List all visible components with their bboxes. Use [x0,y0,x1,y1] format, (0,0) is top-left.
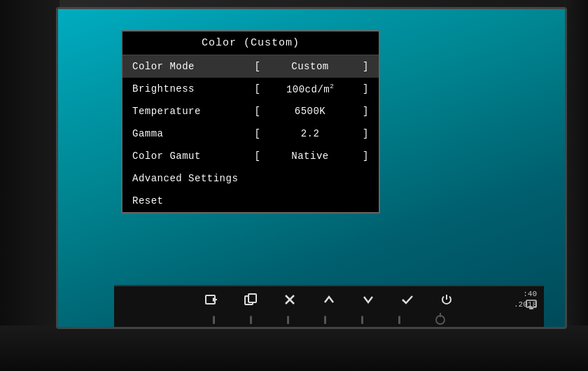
osd-label-temperature: Temperature [132,106,251,117]
osd-value-brightness: 100cd/m2 [264,83,356,95]
osd-menu: Color (Custom) Color Mode [ Custom ] Bri… [121,30,380,214]
left-bezel [0,0,59,371]
osd-value-color-gamut: Native [264,150,356,162]
toolbar-dot-3 [287,316,289,324]
toolbar-dot-6 [398,316,400,324]
confirm-icon[interactable] [398,290,417,309]
osd-value-temperature: 6500K [264,106,356,117]
osd-label-brightness: Brightness [132,83,251,94]
osd-row-reset[interactable]: Reset [122,190,379,212]
toolbar-dot-1 [213,316,215,324]
svg-rect-6 [526,300,536,307]
osd-bracket-right-3: ] [356,106,369,117]
osd-row-brightness[interactable]: Brightness [ 100cd/m2 ] [122,78,379,100]
osd-row-temperature[interactable]: Temperature [ 6500K ] [122,100,379,122]
input-icon[interactable] [202,290,221,309]
toolbar-power-dot [435,315,445,325]
svg-rect-3 [248,294,256,302]
osd-value-gamma: 2.2 [264,128,356,139]
toolbar: :40 .2018 [114,285,544,327]
toolbar-icons-row: :40 .2018 [114,286,544,314]
monitor-outer: Color (Custom) Color Mode [ Custom ] Bri… [0,0,588,371]
osd-label-color-gamut: Color Gamut [132,150,251,162]
down-icon[interactable] [358,290,378,309]
osd-value-color-mode: Custom [264,61,356,72]
osd-bracket-right-2: ] [356,83,369,94]
osd-row-advanced-settings[interactable]: Advanced Settings [122,167,379,190]
toolbar-dot-4 [324,316,326,324]
up-icon[interactable] [319,290,339,309]
osd-bracket-left-1: [ [251,61,264,72]
osd-bracket-left-4: [ [251,128,264,139]
osd-row-color-mode[interactable]: Color Mode [ Custom ] [122,55,379,78]
close-icon[interactable] [280,290,300,309]
osd-label-advanced-settings: Advanced Settings [132,173,238,184]
osd-row-color-gamut[interactable]: Color Gamut [ Native ] [122,145,379,167]
osd-row-gamma[interactable]: Gamma [ 2.2 ] [122,122,379,145]
screen-background: Color (Custom) Color Mode [ Custom ] Bri… [58,9,565,327]
monitor-screen: Color (Custom) Color Mode [ Custom ] Bri… [56,7,567,329]
toolbar-dot-5 [361,316,363,324]
osd-label-reset: Reset [132,195,251,206]
osd-bracket-left-5: [ [251,150,264,162]
osd-bracket-right-1: ] [356,61,369,72]
toolbar-dots-row [114,314,544,327]
osd-label-color-mode: Color Mode [132,61,251,72]
toolbar-dot-2 [250,316,252,324]
osd-bracket-right-5: ] [356,150,369,162]
copy-icon[interactable] [241,290,260,309]
monitor-icon [526,300,537,312]
osd-label-gamma: Gamma [132,128,251,139]
bottom-bezel [0,326,588,371]
osd-bracket-right-4: ] [356,128,369,139]
osd-bracket-left-3: [ [251,106,264,117]
power-icon[interactable] [437,290,456,309]
osd-bracket-left-2: [ [251,83,264,94]
right-bezel [564,0,588,371]
osd-title: Color (Custom) [122,31,379,55]
